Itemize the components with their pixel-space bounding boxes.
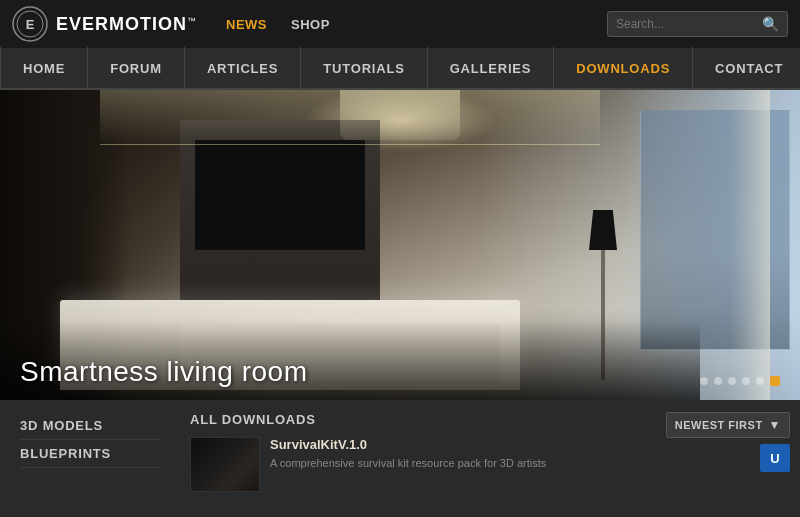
nav-articles[interactable]: ARTICLES [185, 47, 301, 89]
logo[interactable]: E EVERMOTION™ [12, 6, 196, 42]
slider-dot-1[interactable] [700, 377, 708, 385]
slider-dot-3[interactable] [728, 377, 736, 385]
chevron-down-icon: ▼ [769, 418, 781, 432]
top-nav-news[interactable]: NEWS [226, 17, 267, 32]
download-description: A comprehensive survival kit resource pa… [270, 456, 670, 471]
nav-contact[interactable]: CONTACT [693, 47, 800, 89]
download-info: SurvivalKitV.1.0 A comprehensive surviva… [270, 437, 670, 471]
user-button[interactable]: U [760, 444, 790, 472]
nav-galleries[interactable]: GALLERIES [428, 47, 555, 89]
slider-dot-6[interactable] [770, 376, 780, 386]
hero-overlay: Smartness living room [0, 320, 700, 400]
download-title[interactable]: SurvivalKitV.1.0 [270, 437, 670, 452]
all-downloads-header: ALL DOWNLOADS [190, 412, 670, 427]
sort-button[interactable]: NEWEST FIRST ▼ [666, 412, 790, 438]
hero-curtain [730, 90, 770, 400]
slider-dots [700, 376, 780, 386]
left-sidebar: 3D MODELS BLUEPRINTS [0, 412, 180, 468]
hero-chandelier [340, 90, 460, 140]
slider-dot-5[interactable] [756, 377, 764, 385]
nav-downloads[interactable]: DOWNLOADS [554, 47, 693, 89]
search-area: 🔍 [607, 11, 788, 37]
top-navigation: E EVERMOTION™ NEWS SHOP 🔍 [0, 0, 800, 48]
logo-tm: ™ [187, 15, 196, 25]
sidebar-blueprints[interactable]: BLUEPRINTS [20, 440, 160, 468]
right-section: NEWEST FIRST ▼ U [680, 412, 800, 472]
hero-lamp-shade [589, 210, 617, 250]
top-nav-shop[interactable]: SHOP [291, 17, 330, 32]
logo-wordmark: EVERMOTION [56, 14, 187, 34]
svg-text:E: E [26, 17, 35, 32]
nav-forum[interactable]: FORUM [88, 47, 185, 89]
main-navigation: HOME FORUM ARTICLES TUTORIALS GALLERIES … [0, 48, 800, 90]
logo-text-span: EVERMOTION™ [56, 14, 196, 35]
nav-home[interactable]: HOME [0, 47, 88, 89]
sidebar-3d-models[interactable]: 3D MODELS [20, 412, 160, 440]
slider-dot-4[interactable] [742, 377, 750, 385]
sort-label: NEWEST FIRST [675, 419, 763, 431]
top-nav-links: NEWS SHOP [226, 17, 330, 32]
slider-dot-2[interactable] [714, 377, 722, 385]
hero-tv-screen [195, 140, 365, 250]
nav-tutorials[interactable]: TUTORIALS [301, 47, 427, 89]
hero-banner: Smartness living room [0, 90, 800, 400]
download-thumbnail[interactable] [190, 437, 260, 492]
logo-icon: E [12, 6, 48, 42]
bottom-section: 3D MODELS BLUEPRINTS ALL DOWNLOADS Survi… [0, 400, 800, 517]
search-icon[interactable]: 🔍 [762, 16, 779, 32]
download-item: SurvivalKitV.1.0 A comprehensive surviva… [190, 437, 670, 492]
search-input[interactable] [616, 17, 756, 31]
downloads-section: ALL DOWNLOADS SurvivalKitV.1.0 A compreh… [180, 412, 680, 492]
hero-title: Smartness living room [20, 356, 307, 388]
